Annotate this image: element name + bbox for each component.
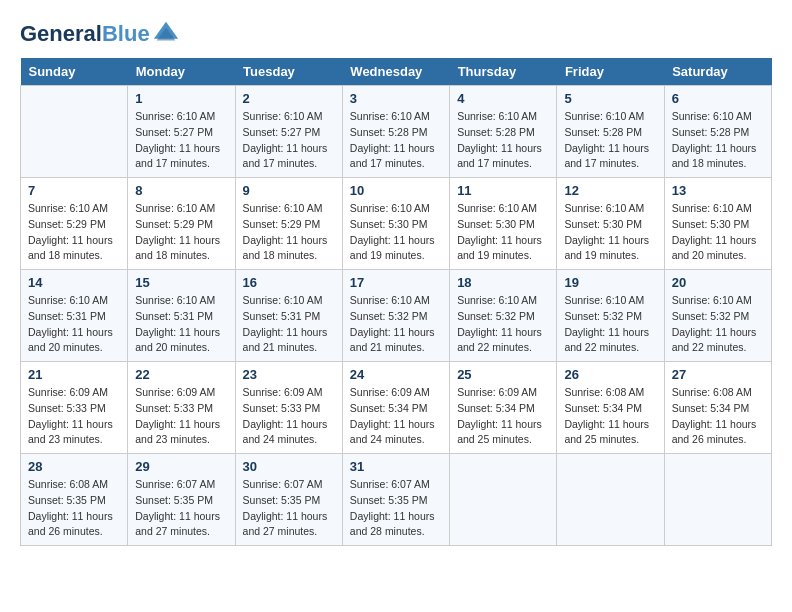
day-cell: 5Sunrise: 6:10 AMSunset: 5:28 PMDaylight…: [557, 86, 664, 178]
day-number: 18: [457, 275, 549, 290]
week-row-3: 14Sunrise: 6:10 AMSunset: 5:31 PMDayligh…: [21, 270, 772, 362]
day-info: Sunrise: 6:07 AMSunset: 5:35 PMDaylight:…: [135, 477, 227, 540]
header-sunday: Sunday: [21, 58, 128, 86]
day-cell: 28Sunrise: 6:08 AMSunset: 5:35 PMDayligh…: [21, 454, 128, 546]
day-cell: 11Sunrise: 6:10 AMSunset: 5:30 PMDayligh…: [450, 178, 557, 270]
day-info: Sunrise: 6:09 AMSunset: 5:33 PMDaylight:…: [135, 385, 227, 448]
day-cell: 14Sunrise: 6:10 AMSunset: 5:31 PMDayligh…: [21, 270, 128, 362]
day-cell: [664, 454, 771, 546]
day-number: 11: [457, 183, 549, 198]
day-cell: 27Sunrise: 6:08 AMSunset: 5:34 PMDayligh…: [664, 362, 771, 454]
day-cell: 21Sunrise: 6:09 AMSunset: 5:33 PMDayligh…: [21, 362, 128, 454]
day-cell: 12Sunrise: 6:10 AMSunset: 5:30 PMDayligh…: [557, 178, 664, 270]
day-number: 3: [350, 91, 442, 106]
day-cell: 4Sunrise: 6:10 AMSunset: 5:28 PMDaylight…: [450, 86, 557, 178]
day-cell: 24Sunrise: 6:09 AMSunset: 5:34 PMDayligh…: [342, 362, 449, 454]
header-monday: Monday: [128, 58, 235, 86]
day-info: Sunrise: 6:10 AMSunset: 5:31 PMDaylight:…: [135, 293, 227, 356]
day-number: 12: [564, 183, 656, 198]
week-row-1: 1Sunrise: 6:10 AMSunset: 5:27 PMDaylight…: [21, 86, 772, 178]
logo-text: GeneralBlue: [20, 22, 150, 46]
day-info: Sunrise: 6:07 AMSunset: 5:35 PMDaylight:…: [350, 477, 442, 540]
day-number: 4: [457, 91, 549, 106]
day-info: Sunrise: 6:10 AMSunset: 5:28 PMDaylight:…: [457, 109, 549, 172]
day-number: 1: [135, 91, 227, 106]
day-info: Sunrise: 6:10 AMSunset: 5:27 PMDaylight:…: [243, 109, 335, 172]
day-info: Sunrise: 6:10 AMSunset: 5:28 PMDaylight:…: [564, 109, 656, 172]
day-cell: 13Sunrise: 6:10 AMSunset: 5:30 PMDayligh…: [664, 178, 771, 270]
day-number: 13: [672, 183, 764, 198]
day-info: Sunrise: 6:10 AMSunset: 5:29 PMDaylight:…: [243, 201, 335, 264]
day-info: Sunrise: 6:08 AMSunset: 5:35 PMDaylight:…: [28, 477, 120, 540]
day-cell: 10Sunrise: 6:10 AMSunset: 5:30 PMDayligh…: [342, 178, 449, 270]
day-info: Sunrise: 6:09 AMSunset: 5:34 PMDaylight:…: [350, 385, 442, 448]
day-info: Sunrise: 6:10 AMSunset: 5:29 PMDaylight:…: [135, 201, 227, 264]
week-row-4: 21Sunrise: 6:09 AMSunset: 5:33 PMDayligh…: [21, 362, 772, 454]
day-info: Sunrise: 6:09 AMSunset: 5:34 PMDaylight:…: [457, 385, 549, 448]
day-number: 6: [672, 91, 764, 106]
day-cell: 20Sunrise: 6:10 AMSunset: 5:32 PMDayligh…: [664, 270, 771, 362]
day-info: Sunrise: 6:10 AMSunset: 5:32 PMDaylight:…: [350, 293, 442, 356]
day-info: Sunrise: 6:10 AMSunset: 5:32 PMDaylight:…: [457, 293, 549, 356]
day-number: 15: [135, 275, 227, 290]
day-cell: 1Sunrise: 6:10 AMSunset: 5:27 PMDaylight…: [128, 86, 235, 178]
day-number: 16: [243, 275, 335, 290]
day-cell: 30Sunrise: 6:07 AMSunset: 5:35 PMDayligh…: [235, 454, 342, 546]
week-row-2: 7Sunrise: 6:10 AMSunset: 5:29 PMDaylight…: [21, 178, 772, 270]
day-number: 7: [28, 183, 120, 198]
day-info: Sunrise: 6:10 AMSunset: 5:30 PMDaylight:…: [350, 201, 442, 264]
day-number: 17: [350, 275, 442, 290]
day-number: 22: [135, 367, 227, 382]
day-cell: 31Sunrise: 6:07 AMSunset: 5:35 PMDayligh…: [342, 454, 449, 546]
day-info: Sunrise: 6:07 AMSunset: 5:35 PMDaylight:…: [243, 477, 335, 540]
day-cell: 26Sunrise: 6:08 AMSunset: 5:34 PMDayligh…: [557, 362, 664, 454]
day-cell: 22Sunrise: 6:09 AMSunset: 5:33 PMDayligh…: [128, 362, 235, 454]
day-info: Sunrise: 6:10 AMSunset: 5:27 PMDaylight:…: [135, 109, 227, 172]
day-info: Sunrise: 6:10 AMSunset: 5:29 PMDaylight:…: [28, 201, 120, 264]
logo-icon: [152, 20, 180, 48]
day-info: Sunrise: 6:10 AMSunset: 5:28 PMDaylight:…: [672, 109, 764, 172]
day-number: 29: [135, 459, 227, 474]
day-cell: 23Sunrise: 6:09 AMSunset: 5:33 PMDayligh…: [235, 362, 342, 454]
day-info: Sunrise: 6:10 AMSunset: 5:32 PMDaylight:…: [672, 293, 764, 356]
day-number: 30: [243, 459, 335, 474]
day-number: 23: [243, 367, 335, 382]
day-cell: 8Sunrise: 6:10 AMSunset: 5:29 PMDaylight…: [128, 178, 235, 270]
day-cell: [21, 86, 128, 178]
day-number: 21: [28, 367, 120, 382]
day-cell: [557, 454, 664, 546]
header-row: SundayMondayTuesdayWednesdayThursdayFrid…: [21, 58, 772, 86]
header-tuesday: Tuesday: [235, 58, 342, 86]
day-cell: [450, 454, 557, 546]
day-cell: 16Sunrise: 6:10 AMSunset: 5:31 PMDayligh…: [235, 270, 342, 362]
day-number: 14: [28, 275, 120, 290]
day-cell: 29Sunrise: 6:07 AMSunset: 5:35 PMDayligh…: [128, 454, 235, 546]
week-row-5: 28Sunrise: 6:08 AMSunset: 5:35 PMDayligh…: [21, 454, 772, 546]
day-cell: 15Sunrise: 6:10 AMSunset: 5:31 PMDayligh…: [128, 270, 235, 362]
logo: GeneralBlue: [20, 20, 180, 48]
page-header: GeneralBlue: [20, 20, 772, 48]
day-cell: 3Sunrise: 6:10 AMSunset: 5:28 PMDaylight…: [342, 86, 449, 178]
day-number: 10: [350, 183, 442, 198]
day-info: Sunrise: 6:09 AMSunset: 5:33 PMDaylight:…: [243, 385, 335, 448]
day-info: Sunrise: 6:10 AMSunset: 5:32 PMDaylight:…: [564, 293, 656, 356]
header-friday: Friday: [557, 58, 664, 86]
day-info: Sunrise: 6:08 AMSunset: 5:34 PMDaylight:…: [672, 385, 764, 448]
day-number: 25: [457, 367, 549, 382]
day-cell: 18Sunrise: 6:10 AMSunset: 5:32 PMDayligh…: [450, 270, 557, 362]
day-cell: 9Sunrise: 6:10 AMSunset: 5:29 PMDaylight…: [235, 178, 342, 270]
day-cell: 19Sunrise: 6:10 AMSunset: 5:32 PMDayligh…: [557, 270, 664, 362]
day-cell: 25Sunrise: 6:09 AMSunset: 5:34 PMDayligh…: [450, 362, 557, 454]
calendar-table: SundayMondayTuesdayWednesdayThursdayFrid…: [20, 58, 772, 546]
day-info: Sunrise: 6:10 AMSunset: 5:28 PMDaylight:…: [350, 109, 442, 172]
header-saturday: Saturday: [664, 58, 771, 86]
day-number: 27: [672, 367, 764, 382]
day-number: 20: [672, 275, 764, 290]
header-wednesday: Wednesday: [342, 58, 449, 86]
day-cell: 7Sunrise: 6:10 AMSunset: 5:29 PMDaylight…: [21, 178, 128, 270]
day-cell: 17Sunrise: 6:10 AMSunset: 5:32 PMDayligh…: [342, 270, 449, 362]
day-number: 5: [564, 91, 656, 106]
day-number: 2: [243, 91, 335, 106]
day-number: 19: [564, 275, 656, 290]
day-number: 26: [564, 367, 656, 382]
